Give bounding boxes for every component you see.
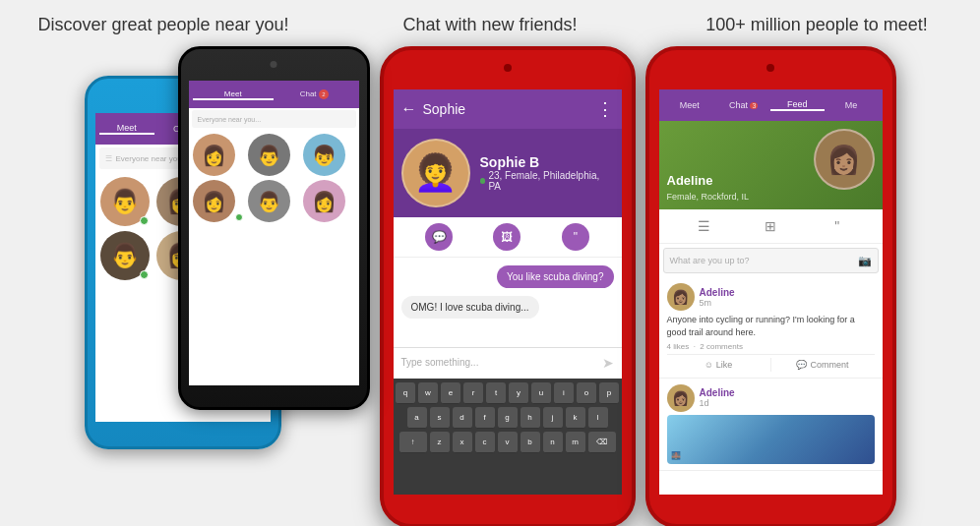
header-left: Discover great people near you! xyxy=(6,14,321,36)
phone-black: Meet Chat 2 Everyone near you... 👩 👨 xyxy=(178,46,370,410)
bface-5: 👨 xyxy=(248,180,290,222)
key-y[interactable]: y xyxy=(509,382,528,404)
tab-meet-blue[interactable]: Meet xyxy=(99,123,155,135)
key-u[interactable]: u xyxy=(531,382,551,404)
key-p[interactable]: p xyxy=(599,382,619,404)
person-4[interactable]: 👨 xyxy=(100,231,150,280)
bp-1[interactable]: 👩 xyxy=(193,134,244,176)
feed-avatar-1[interactable]: 👩🏽 xyxy=(667,283,695,311)
key-j[interactable]: j xyxy=(543,407,563,429)
key-backspace[interactable]: ⌫ xyxy=(588,432,616,453)
feed-time-2: 1d xyxy=(700,398,735,408)
online-dot-b4 xyxy=(235,213,243,221)
phone-right: Meet Chat 3 Feed Me 👩🏽 Adeline Female, R… xyxy=(645,46,896,526)
like-button-1[interactable]: ☺ Like xyxy=(667,358,770,372)
header-right: 100+ million people to meet! xyxy=(659,14,974,36)
camera-icon[interactable]: 📷 xyxy=(858,255,872,267)
feed-user-info-1: Adeline 5m xyxy=(700,287,735,308)
key-m[interactable]: m xyxy=(566,432,585,453)
feed-meta-1: 4 likes · 2 comments xyxy=(667,342,875,351)
key-h[interactable]: h xyxy=(521,407,540,429)
key-i[interactable]: i xyxy=(554,382,574,404)
key-b[interactable]: b xyxy=(521,432,540,453)
feed-user-info-2: Adeline 1d xyxy=(700,387,735,408)
tab-meet-black[interactable]: Meet xyxy=(193,89,275,100)
search-text-black: Everyone near you... xyxy=(198,116,262,123)
top-headers: Discover great people near you! Chat wit… xyxy=(0,0,980,46)
key-k[interactable]: k xyxy=(566,407,585,429)
key-v[interactable]: v xyxy=(498,432,518,453)
bp-5[interactable]: 👨 xyxy=(248,180,299,222)
key-q[interactable]: q xyxy=(396,382,415,404)
comment-button-1[interactable]: 💬 Comment xyxy=(771,358,875,372)
key-l[interactable]: l xyxy=(588,407,608,429)
camera-right xyxy=(766,64,774,72)
search-black[interactable]: Everyone near you... xyxy=(192,110,356,128)
chat-profile-info: Sophie B 23, Female, Philadelphia, PA xyxy=(480,154,614,192)
header-center: Chat with new friends! xyxy=(333,14,647,36)
feed-post-header-2: 👩🏽 Adeline 1d xyxy=(667,384,875,412)
tab-chat-black[interactable]: Chat 2 xyxy=(274,89,355,99)
person-1[interactable]: 👨 xyxy=(100,177,150,226)
screen-black: Meet Chat 2 Everyone near you... 👩 👨 xyxy=(189,81,359,385)
key-z[interactable]: z xyxy=(430,432,450,453)
app-header-right: Meet Chat 3 Feed Me xyxy=(659,89,883,121)
key-e[interactable]: e xyxy=(441,382,460,404)
profile-bg: 👩🏽 Adeline Female, Rockford, IL xyxy=(659,121,883,209)
keyboard: q w e r t y u i o p a s d xyxy=(394,379,622,495)
online-indicator xyxy=(480,178,486,184)
key-s[interactable]: s xyxy=(430,407,450,429)
camera-black xyxy=(271,61,277,68)
grid-view-icon[interactable]: ⊞ xyxy=(759,214,782,238)
image-icon[interactable]: 🖼 xyxy=(493,223,521,251)
send-icon[interactable]: ➤ xyxy=(602,355,614,371)
chat-profile-name: Sophie B xyxy=(480,154,614,170)
like-label-1: Like xyxy=(716,360,733,370)
right-profile-info: Female, Rockford, IL xyxy=(667,192,750,202)
more-button[interactable]: ⋮ xyxy=(596,98,614,120)
camera-center xyxy=(504,64,512,72)
key-c[interactable]: c xyxy=(475,432,495,453)
screen-center: ← Sophie ⋮ 👩‍🦱 Sophie B 23, Female, Phil… xyxy=(394,89,622,495)
key-r[interactable]: r xyxy=(463,382,483,404)
bface-1: 👩 xyxy=(193,134,235,176)
kb-row-3: ↑ z x c v b n m ⌫ xyxy=(396,432,620,453)
key-g[interactable]: g xyxy=(498,407,518,429)
tab-chat-right[interactable]: Chat 3 xyxy=(716,100,770,110)
list-view-icon[interactable]: ☰ xyxy=(692,214,715,238)
key-d[interactable]: d xyxy=(453,407,472,429)
back-button[interactable]: ← xyxy=(401,100,417,118)
quote-icon[interactable]: " xyxy=(562,223,589,251)
feed-username-2: Adeline xyxy=(700,387,735,398)
key-shift[interactable]: ↑ xyxy=(399,432,427,453)
key-f[interactable]: f xyxy=(475,407,495,429)
online-dot-4 xyxy=(140,270,149,279)
chat-icon[interactable]: 💬 xyxy=(425,223,453,251)
bp-3[interactable]: 👦 xyxy=(303,134,354,176)
chat-avatar: 👩‍🦱 xyxy=(401,139,470,207)
feed-search[interactable]: What are you up to? 📷 xyxy=(663,248,879,273)
tab-meet-right[interactable]: Meet xyxy=(663,100,717,110)
key-x[interactable]: x xyxy=(453,432,472,453)
right-profile-area: 👩🏽 Adeline Female, Rockford, IL xyxy=(659,121,883,209)
key-w[interactable]: w xyxy=(418,382,438,404)
quote-view-icon[interactable]: " xyxy=(826,214,849,238)
tab-feed-right[interactable]: Feed xyxy=(770,99,825,111)
key-o[interactable]: o xyxy=(577,382,596,404)
right-avatar[interactable]: 👩🏽 xyxy=(814,129,875,190)
key-n[interactable]: n xyxy=(543,432,563,453)
chat-header: ← Sophie ⋮ xyxy=(394,89,622,129)
bp-2[interactable]: 👨 xyxy=(248,134,299,176)
online-dot-1 xyxy=(140,216,149,225)
phone-group-left: Meet Chat Feed ☰ Everyone near you... 👨 xyxy=(85,46,370,439)
key-a[interactable]: a xyxy=(407,407,427,429)
feed-actions-1: ☺ Like 💬 Comment xyxy=(667,354,875,372)
chat-online-status: 23, Female, Philadelphia, PA xyxy=(480,170,614,192)
bp-6[interactable]: 👩 xyxy=(303,180,354,222)
feed-avatar-2[interactable]: 👩🏽 xyxy=(667,384,695,412)
key-t[interactable]: t xyxy=(486,382,506,404)
bp-4[interactable]: 👩 xyxy=(193,180,244,222)
chat-input[interactable]: Type something... xyxy=(401,357,602,368)
messages-area: You like scuba diving? OMG! I love scuba… xyxy=(394,258,622,326)
tab-me-right[interactable]: Me xyxy=(825,100,879,110)
